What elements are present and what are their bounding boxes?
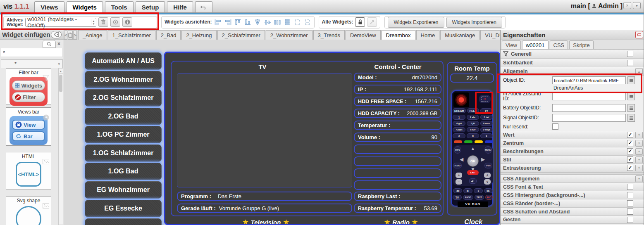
group-allgemein[interactable]: Allgemein — [501, 67, 644, 76]
remote-info-button[interactable]: INFO — [454, 146, 461, 154]
group-generell[interactable]: Generell — [501, 50, 644, 59]
align-bottom-icon[interactable] — [244, 19, 252, 26]
remote-digit-7[interactable]: 7 pqrs — [453, 127, 465, 132]
remote-digit-2[interactable]: 2 abc — [467, 115, 479, 120]
remote-menu-button[interactable]: MENU — [484, 146, 492, 154]
remote-digit-5[interactable]: 5 jkl — [467, 121, 479, 126]
tabs-clipboard-button[interactable] — [68, 31, 73, 40]
room-button-2og-wohnzimmer[interactable]: 2.OG Wohnzimmer — [85, 71, 162, 88]
palette-search-button[interactable] — [43, 40, 56, 48]
extrasteuerung-expand-button[interactable]: ▾ — [635, 165, 643, 171]
signal-objektid-picker-button[interactable] — [627, 114, 635, 122]
menu-tools[interactable]: Tools — [105, 1, 134, 12]
scroll-up-icon[interactable]: ▲ — [59, 69, 63, 74]
remote-red-key[interactable] — [454, 140, 462, 143]
tab-2-heizung[interactable]: 2_Heizung — [181, 30, 216, 40]
tab-musikanlage[interactable]: Musikanlage — [440, 30, 479, 40]
menu-widgets[interactable]: Widgets — [67, 1, 103, 12]
lock-widgets-button[interactable] — [355, 17, 365, 27]
copy-widget-button[interactable] — [110, 17, 120, 27]
distribute-vertical-icon[interactable] — [284, 19, 291, 26]
stil-expand-button[interactable]: ▾ — [635, 156, 643, 163]
tab-anlage[interactable]: _Anlage — [78, 30, 107, 40]
widget-info-button[interactable] — [122, 17, 132, 27]
remote-blue-key[interactable] — [485, 140, 493, 143]
generell-checkbox[interactable] — [627, 51, 633, 57]
tab-2-schlafzimmer[interactable]: 2_Schlafzimmer — [217, 30, 265, 40]
room-button-partial[interactable] — [85, 218, 162, 225]
remote-dream-button[interactable]: DREAM — [453, 108, 466, 113]
remote-text-button[interactable]: TEXT — [475, 195, 484, 200]
tab-3-trends[interactable]: 3_Trends — [313, 30, 345, 40]
same-height-icon[interactable] — [303, 19, 311, 26]
css-raender-checkbox[interactable] — [627, 200, 633, 206]
room-button-automatik[interactable]: Automatik AN / AUS — [85, 52, 162, 70]
room-button-eg-essecke[interactable]: EG Essecke — [85, 200, 162, 217]
remote-tv-mode-button[interactable]: TV — [480, 108, 492, 113]
remote-forward-button[interactable]: ▶▶ — [484, 188, 493, 193]
remote-radio-button[interactable]: RADIO — [463, 195, 473, 200]
remote-next-button[interactable]: > — [480, 133, 493, 138]
remote-help-button[interactable]: HELP — [467, 108, 479, 113]
remote-rec-button[interactable]: REC — [485, 195, 493, 200]
group-beschreibungen[interactable]: Beschreibungen — [501, 147, 644, 156]
remote-exit-button[interactable]: EXIT — [467, 170, 479, 175]
room-button-1og-schlafzimmer[interactable]: 1.OG Schlafzimmer — [85, 144, 162, 162]
css-hintergrund-checkbox[interactable] — [627, 192, 633, 198]
room-button-1og-bad[interactable]: 1.OG Bad — [85, 163, 162, 180]
tab-1-schlafzimmer[interactable]: 1_Schlafzimmer — [108, 30, 155, 40]
remote-digit-1[interactable]: 1 — [453, 115, 465, 120]
remote-tv-button[interactable]: TV — [453, 195, 462, 200]
palette-filter-input[interactable] — [1, 48, 63, 57]
tabs-prev-button[interactable]: < — [64, 31, 67, 40]
widget-card-svg-shape[interactable]: Svg shape — [6, 196, 51, 225]
menu-setup[interactable]: Setup — [136, 1, 165, 12]
window-menu-button[interactable]: ▾ — [633, 2, 641, 9]
remote-digit-3[interactable]: 3 def — [480, 115, 493, 120]
palette-filter-select[interactable]: * ▾ — [1, 59, 63, 68]
remote-pvr-button[interactable]: PVR — [484, 163, 492, 168]
extrasteuerung-checkbox[interactable]: ✓ — [627, 165, 633, 171]
group-sichtbarkeit[interactable]: Sichtbarkeit — [501, 59, 644, 67]
remote-digit-9[interactable]: 9 wxyz — [480, 127, 493, 132]
align-left-icon[interactable] — [214, 19, 222, 26]
room-button-2og-schlafzimmer[interactable]: 2.OG Schlafzimmer — [85, 89, 162, 107]
menu-views[interactable]: Views — [34, 1, 64, 12]
tab-dreambox[interactable]: Dreambox — [382, 30, 415, 40]
export-widgets-button[interactable]: Widgets Exportieren — [388, 17, 444, 28]
room-button-2og-bad[interactable]: 2.OG Bad — [85, 108, 162, 125]
battery-objektid-picker-button[interactable] — [627, 104, 635, 112]
css-font-text-checkbox[interactable] — [627, 184, 633, 190]
widget-card-html[interactable]: HTML <HTML> — [6, 152, 51, 190]
import-widgets-button[interactable]: Widgets Importieren — [446, 17, 502, 28]
group-wert[interactable]: Wert — [501, 131, 644, 139]
remote-stop-button[interactable]: ■ — [474, 188, 483, 193]
css-schatten-checkbox[interactable] — [627, 208, 633, 215]
stil-checkbox[interactable]: ✓ — [627, 156, 633, 163]
remote-channel-up-button[interactable]: ∧ — [484, 173, 491, 178]
distribute-horizontal-icon[interactable] — [274, 19, 281, 26]
tab-home[interactable]: Home — [416, 30, 440, 40]
object-id-picker-button[interactable] — [627, 76, 635, 84]
remote-digit-6[interactable]: 6 mno — [480, 121, 493, 126]
palette-close-button[interactable]: × — [57, 41, 60, 47]
properties-tab-skripte[interactable]: Skripte — [569, 40, 593, 49]
tabs-next-button[interactable]: > — [73, 31, 76, 40]
remote-right-button[interactable]: ▶ — [481, 157, 485, 162]
signal-objektid-input[interactable] — [552, 114, 626, 122]
remote-left-button[interactable]: ◀ — [460, 157, 463, 162]
nur-lesend-checkbox[interactable] — [552, 123, 558, 130]
align-right-icon[interactable] — [224, 19, 232, 26]
remote-play-pause-button[interactable]: ▶| — [463, 188, 472, 193]
remote-rewind-button[interactable]: ◀◀ — [453, 188, 462, 193]
remote-channel-down-button[interactable]: ∨ — [484, 179, 491, 185]
palette-pin-button[interactable] — [51, 31, 62, 38]
delete-widget-button[interactable] — [98, 17, 108, 27]
group-css-hintergrund[interactable]: CSS Hintergrund (background-...) — [501, 191, 644, 199]
properties-tab-view[interactable]: View — [502, 40, 521, 49]
window-close-button[interactable]: × — [623, 2, 631, 9]
in-arbeit-id-input[interactable] — [552, 92, 626, 100]
same-width-icon[interactable] — [293, 19, 301, 26]
group-extrasteuerung[interactable]: Extrasteuerung — [501, 164, 644, 172]
room-button-eg-wohnzimmer[interactable]: EG Wohnzimmer — [85, 181, 162, 199]
